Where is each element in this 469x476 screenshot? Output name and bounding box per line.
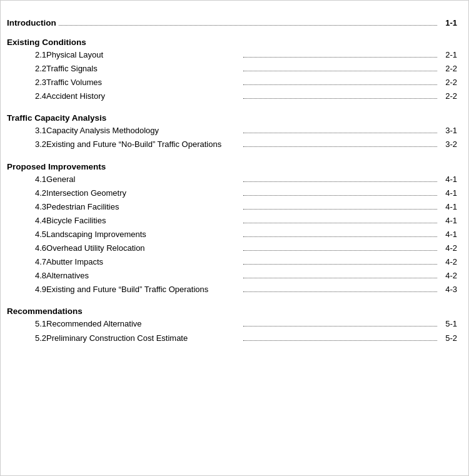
subsection-page: 4-1 bbox=[440, 228, 457, 241]
subsection-page: 4-1 bbox=[440, 200, 457, 214]
subsection-number: 4.3 bbox=[7, 200, 46, 214]
subsection-number: 2.2 bbox=[7, 62, 46, 76]
subsection-number: 5.1 bbox=[7, 317, 46, 331]
dots bbox=[243, 98, 437, 99]
subsection-number: 5.2 bbox=[7, 332, 46, 345]
toc-entry-recommendations-0: 5.1Recommended Alternative5-1 bbox=[7, 317, 457, 331]
toc-entry-proposed-2: 4.3Pedestrian Facilities4-1 bbox=[7, 200, 457, 214]
dots bbox=[243, 57, 437, 58]
dots bbox=[243, 340, 437, 341]
subsection-number: 4.4 bbox=[7, 214, 46, 228]
subsection-label: Landscaping Improvements bbox=[46, 228, 240, 241]
subsection-number: 4.2 bbox=[7, 186, 46, 200]
subsection-label: Bicycle Facilities bbox=[46, 214, 240, 228]
subsection-label: Overhead Utility Relocation bbox=[46, 241, 240, 255]
dots bbox=[243, 278, 437, 278]
subsection-label: Existing and Future “Build” Traffic Oper… bbox=[46, 283, 240, 296]
dots bbox=[243, 133, 437, 133]
subsection-number: 4.9 bbox=[7, 283, 46, 296]
subsection-label: Pedestrian Facilities bbox=[46, 200, 240, 214]
subsection-number: 4.7 bbox=[7, 255, 46, 269]
dots bbox=[243, 264, 437, 265]
subsection-label: Preliminary Construction Cost Estimate bbox=[46, 332, 240, 345]
subsection-number: 2.4 bbox=[7, 89, 46, 103]
dots bbox=[243, 195, 437, 196]
subsection-label: General bbox=[46, 173, 240, 186]
subsection-label: Abutter Impacts bbox=[46, 255, 240, 269]
dots bbox=[243, 209, 437, 210]
subsection-page: 3-2 bbox=[440, 138, 457, 151]
subsection-number: 4.1 bbox=[7, 173, 46, 186]
toc-entry-existing-1: 2.2Traffic Signals2-2 bbox=[7, 62, 457, 76]
toc-entry-proposed-5: 4.6Overhead Utility Relocation4-2 bbox=[7, 241, 457, 255]
toc-entry-existing-3: 2.4Accident History2-2 bbox=[7, 89, 457, 103]
toc-entry-proposed-3: 4.4Bicycle Facilities4-1 bbox=[7, 214, 457, 228]
dots bbox=[243, 236, 437, 237]
dots bbox=[243, 223, 437, 223]
toc-entry-capacity-0: 3.1Capacity Analysis Methodology3-1 bbox=[7, 124, 457, 138]
dots-intro bbox=[59, 25, 437, 26]
toc-entry-existing-0: 2.1Physical Layout2-1 bbox=[7, 48, 457, 62]
toc-entry-recommendations-1: 5.2Preliminary Construction Cost Estimat… bbox=[7, 332, 457, 345]
subsection-page: 4-3 bbox=[440, 283, 457, 296]
subsection-page: 4-1 bbox=[440, 214, 457, 228]
toc-page: Introduction1-1Existing Conditions2.1Phy… bbox=[0, 0, 469, 476]
toc-section-intro: Introduction1-1 bbox=[7, 18, 457, 28]
dots bbox=[243, 326, 437, 327]
subsection-number: 4.5 bbox=[7, 228, 46, 241]
subsection-number: 3.1 bbox=[7, 124, 46, 138]
subsection-label: Traffic Volumes bbox=[46, 76, 240, 89]
subsection-number: 4.8 bbox=[7, 269, 46, 283]
toc-entry-proposed-1: 4.2Intersection Geometry4-1 bbox=[7, 186, 457, 200]
subsection-page: 4-2 bbox=[440, 241, 457, 255]
subsection-number: 2.1 bbox=[7, 48, 46, 62]
toc-entry-proposed-0: 4.1General4-1 bbox=[7, 173, 457, 186]
dots bbox=[243, 71, 437, 71]
section-title-existing: Existing Conditions bbox=[7, 38, 457, 47]
section-title-intro: Introduction bbox=[7, 18, 56, 28]
subsection-page: 2-1 bbox=[440, 48, 457, 62]
dots bbox=[243, 146, 437, 147]
toc-entry-proposed-7: 4.8Alternatives4-2 bbox=[7, 269, 457, 283]
subsection-page: 4-1 bbox=[440, 186, 457, 200]
subsection-page: 3-1 bbox=[440, 124, 457, 138]
subsection-label: Physical Layout bbox=[46, 48, 240, 62]
subsection-page: 4-2 bbox=[440, 269, 457, 283]
toc-entry-existing-2: 2.3Traffic Volumes2-2 bbox=[7, 76, 457, 89]
section-title-recommendations: Recommendations bbox=[7, 306, 457, 316]
toc-entry-proposed-6: 4.7Abutter Impacts4-2 bbox=[7, 255, 457, 269]
toc-entry-proposed-8: 4.9Existing and Future “Build” Traffic O… bbox=[7, 283, 457, 296]
page-number-intro: 1-1 bbox=[440, 18, 457, 28]
section-title-capacity: Traffic Capacity Analysis bbox=[7, 113, 457, 123]
dots bbox=[243, 181, 437, 182]
subsection-page: 2-2 bbox=[440, 89, 457, 103]
subsection-page: 4-2 bbox=[440, 255, 457, 269]
dots bbox=[243, 291, 437, 292]
dots bbox=[243, 250, 437, 251]
subsection-page: 2-2 bbox=[440, 62, 457, 76]
subsection-page: 5-1 bbox=[440, 317, 457, 331]
subsection-label: Existing and Future “No-Build” Traffic O… bbox=[46, 138, 240, 151]
subsection-label: Intersection Geometry bbox=[46, 186, 240, 200]
subsection-label: Alternatives bbox=[46, 269, 240, 283]
subsection-label: Recommended Alternative bbox=[46, 317, 240, 331]
toc-entry-capacity-1: 3.2Existing and Future “No-Build” Traffi… bbox=[7, 138, 457, 151]
subsection-page: 5-2 bbox=[440, 332, 457, 345]
subsection-label: Capacity Analysis Methodology bbox=[46, 124, 240, 138]
subsection-page: 2-2 bbox=[440, 76, 457, 89]
subsection-label: Accident History bbox=[46, 89, 240, 103]
section-title-proposed: Proposed Improvements bbox=[7, 162, 457, 171]
subsection-label: Traffic Signals bbox=[46, 62, 240, 76]
subsection-number: 3.2 bbox=[7, 138, 46, 151]
subsection-number: 4.6 bbox=[7, 241, 46, 255]
toc-entry-proposed-4: 4.5Landscaping Improvements4-1 bbox=[7, 228, 457, 241]
dots bbox=[243, 84, 437, 85]
subsection-page: 4-1 bbox=[440, 173, 457, 186]
subsection-number: 2.3 bbox=[7, 76, 46, 89]
